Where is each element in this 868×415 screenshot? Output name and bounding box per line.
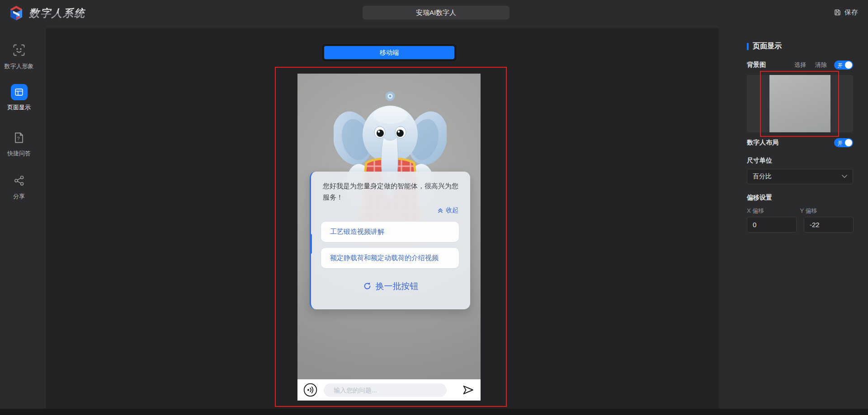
panel-header: 页面显示 bbox=[747, 42, 853, 51]
sidebar-item-avatar[interactable]: 数字人形象 bbox=[0, 43, 38, 70]
phone-preview[interactable]: 您好我是为您量身定做的智能体，很高兴为您服务！ 收起 工艺锻造视频讲解 额定静载… bbox=[297, 74, 481, 401]
header-accent-bar bbox=[747, 43, 749, 50]
top-bar: 数字人系统 安瑞AI数字人 保存 bbox=[0, 0, 868, 28]
chevron-down-icon bbox=[842, 175, 847, 178]
share-icon bbox=[12, 174, 26, 187]
panel-title: 页面显示 bbox=[753, 42, 782, 51]
refresh-buttons-button[interactable]: 换一批按钮 bbox=[311, 280, 470, 292]
offset-inputs-row bbox=[747, 217, 853, 233]
voice-button[interactable] bbox=[303, 383, 317, 397]
sidebar-item-label: 页面显示 bbox=[0, 103, 38, 112]
sidebar-item-label: 分享 bbox=[0, 192, 38, 201]
refresh-icon bbox=[363, 282, 372, 290]
sidebar-item-share[interactable]: 分享 bbox=[0, 174, 38, 201]
app-logo: 数字人系统 bbox=[8, 5, 85, 21]
quick-question-button[interactable]: 工艺锻造视频讲解 bbox=[321, 222, 459, 242]
clear-background-link[interactable]: 清除 bbox=[815, 61, 827, 69]
layout-toggle[interactable]: 开 bbox=[834, 138, 853, 147]
face-scan-icon bbox=[12, 43, 26, 57]
x-offset-label: X 偏移 bbox=[747, 207, 800, 215]
send-icon bbox=[462, 383, 475, 396]
doc-question-icon: ? bbox=[12, 131, 26, 145]
question-input-pill bbox=[324, 383, 447, 397]
double-chevron-up-icon bbox=[437, 207, 443, 214]
background-thumbnail[interactable] bbox=[769, 75, 830, 132]
device-button-outline: 移动端 bbox=[322, 44, 456, 61]
left-sidebar: 数字人形象 页面显示 bbox=[0, 28, 46, 409]
x-offset-input[interactable] bbox=[747, 217, 797, 233]
size-unit-dropdown[interactable]: 百分比 bbox=[747, 169, 853, 184]
size-unit-label: 尺寸单位 bbox=[747, 157, 853, 165]
bottom-strip bbox=[0, 409, 868, 415]
avatar-layout-row: 数字人布局 开 bbox=[747, 138, 853, 147]
layout-icon bbox=[14, 87, 24, 97]
offset-settings-label: 偏移设置 bbox=[747, 194, 853, 202]
greeting-text: 您好我是为您量身定做的智能体，很高兴为您服务！ bbox=[311, 172, 470, 203]
quick-question-button[interactable]: 额定静载荷和额定动载荷的介绍视频 bbox=[321, 248, 459, 268]
background-image-row: 背景图 选择 清除 开 bbox=[747, 61, 853, 70]
y-offset-label: Y 偏移 bbox=[800, 207, 854, 215]
voice-icon bbox=[303, 383, 317, 397]
background-toggle[interactable]: 开 bbox=[834, 61, 853, 70]
collapse-button[interactable]: 收起 bbox=[311, 203, 470, 214]
background-thumbnail-container bbox=[747, 75, 853, 132]
chat-panel-accent-tab bbox=[310, 234, 312, 254]
chat-panel: 您好我是为您量身定做的智能体，很高兴为您服务！ 收起 工艺锻造视频讲解 额定静载… bbox=[310, 172, 470, 309]
project-title[interactable]: 安瑞AI数字人 bbox=[363, 6, 509, 19]
logo-text: 数字人系统 bbox=[29, 6, 85, 20]
settings-panel: 页面显示 背景图 选择 清除 开 数字人布局 开 尺寸单位 百分比 bbox=[719, 28, 868, 409]
sidebar-item-page-display[interactable]: 页面显示 bbox=[0, 84, 38, 112]
sidebar-item-label: 快捷问答 bbox=[0, 149, 38, 158]
y-offset-input[interactable] bbox=[804, 217, 854, 233]
mobile-device-button[interactable]: 移动端 bbox=[324, 46, 454, 59]
select-background-link[interactable]: 选择 bbox=[794, 61, 806, 69]
offset-field-labels: X 偏移 Y 偏移 bbox=[747, 207, 853, 215]
logo-mark-icon bbox=[8, 5, 24, 21]
active-item-badge bbox=[11, 84, 28, 100]
send-button[interactable] bbox=[462, 383, 475, 396]
editor-canvas: 移动端 bbox=[46, 28, 719, 409]
toggle-knob bbox=[845, 139, 852, 146]
toggle-knob bbox=[845, 61, 852, 69]
save-button[interactable]: 保存 bbox=[834, 8, 858, 17]
question-input[interactable] bbox=[324, 387, 447, 394]
layout-label: 数字人布局 bbox=[747, 139, 778, 147]
save-icon bbox=[834, 9, 841, 16]
svg-text:?: ? bbox=[17, 136, 19, 141]
background-label: 背景图 bbox=[747, 61, 766, 69]
app-root: 数字人系统 安瑞AI数字人 保存 bbox=[0, 0, 868, 415]
chat-input-bar bbox=[297, 379, 481, 401]
sidebar-item-label: 数字人形象 bbox=[0, 62, 38, 70]
sidebar-item-quick-qa[interactable]: ? 快捷问答 bbox=[0, 131, 38, 158]
